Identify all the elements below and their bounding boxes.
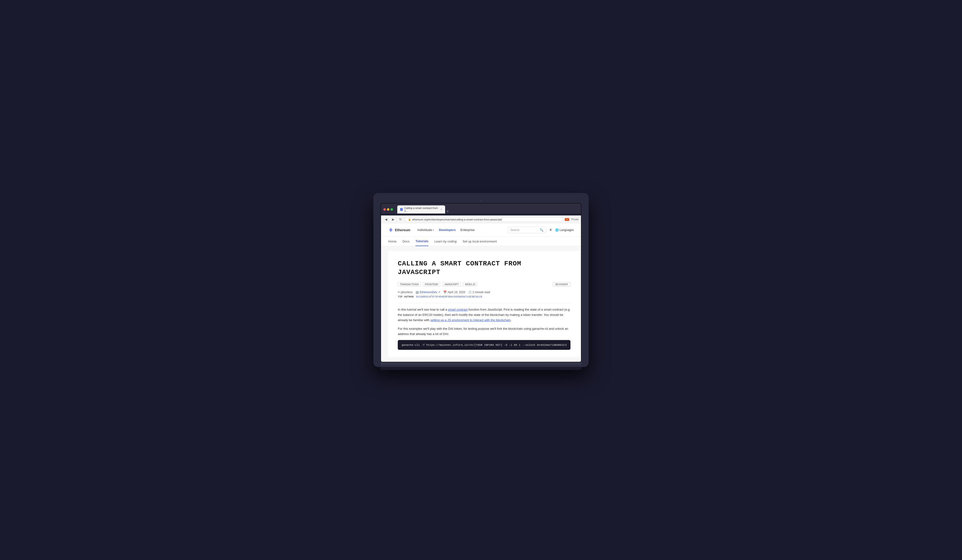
tag-frontend[interactable]: FRONTEND xyxy=(423,282,440,287)
nav-developers[interactable]: Developers xyxy=(439,228,456,232)
org-icon: 🏢 xyxy=(415,290,419,294)
laptop-frame: Calling a smart contract from J... ✕ + ◀… xyxy=(373,193,589,367)
author-icon: ✏ xyxy=(398,290,400,294)
tags-row: TRANSACTIONS FRONTEND JAVASCRIPT WEB3.JS… xyxy=(398,282,570,287)
brave-shield-icon[interactable]: 🦁 xyxy=(565,218,569,221)
tip-author-row: TIP AUTHOR 0x19dE91Af973F404EDF5B4c09398… xyxy=(398,295,570,298)
code-text: ganache-cli -f https://mainnet.infura.io… xyxy=(402,343,567,347)
laptop-base xyxy=(381,362,581,367)
sub-nav-docs[interactable]: Docs xyxy=(402,237,410,246)
author-meta: ✏ jdourlens xyxy=(398,290,413,294)
nav-enterprise[interactable]: Enterprise xyxy=(460,228,475,232)
chevron-down-icon: ▾ xyxy=(433,229,434,231)
nav-individuals[interactable]: Individuals ▾ xyxy=(418,228,434,232)
brand-name: Ethereum xyxy=(395,228,410,232)
back-button[interactable]: ◀ xyxy=(383,217,389,222)
para2: For this examples we'll play with the DA… xyxy=(398,326,570,337)
lock-icon: 🔒 xyxy=(408,218,411,221)
sub-nav-learn-coding[interactable]: Learn by coding xyxy=(434,237,457,246)
main-nav: Individuals ▾ Developers Enterprise xyxy=(418,228,500,232)
tab-title: Calling a smart contract from J... xyxy=(404,207,439,212)
clock-icon: 🕐 xyxy=(468,290,472,294)
js-env-link[interactable]: setting up a JS environment to interact … xyxy=(431,318,511,322)
difficulty-badge: BEGINNER xyxy=(553,282,570,287)
language-selector-button[interactable]: 🌐 Languages xyxy=(555,228,574,232)
tag-web3js[interactable]: WEB3.JS xyxy=(463,282,478,287)
article-date: April 19, 2020 xyxy=(447,290,465,294)
tag-transactions[interactable]: TRANSACTIONS xyxy=(398,282,421,287)
reload-button[interactable]: ↻ xyxy=(398,217,403,222)
private-badge: Private xyxy=(571,218,579,221)
ethereum-diamond-icon xyxy=(388,228,394,232)
calendar-icon: 📅 xyxy=(443,290,447,294)
private-label: Private xyxy=(571,218,579,221)
tag-javascript[interactable]: JAVASCRIPT xyxy=(442,282,461,287)
close-window-button[interactable] xyxy=(383,208,386,211)
header-right: Search 🔍 ☀ 🌐 Languages xyxy=(508,227,574,233)
tab-favicon xyxy=(400,208,403,211)
sub-nav-home[interactable]: Home xyxy=(388,237,397,246)
intro-paragraph: In this tutorial we'll see how to call a… xyxy=(398,307,570,323)
search-box[interactable]: Search 🔍 xyxy=(508,227,546,233)
maximize-window-button[interactable] xyxy=(391,208,393,211)
page-title: CALLING A SMART CONTRACT FROMJAVASCRIPT xyxy=(398,260,570,277)
globe-icon: 🌐 xyxy=(555,228,559,232)
read-time-meta: 🕐 2 minute read xyxy=(468,290,490,294)
browser-nav-bar: ◀ ▶ ↻ 🔒 ethereum.org/en/developers/tutor… xyxy=(381,215,581,224)
search-placeholder-text: Search xyxy=(510,228,537,232)
date-meta: 📅 April 19, 2020 xyxy=(443,290,465,294)
code-block: ganache-cli -f https://mainnet.infura.io… xyxy=(398,340,570,350)
org-meta[interactable]: 🏢 EthereumDev ↗ xyxy=(415,290,441,294)
search-icon[interactable]: 🔍 xyxy=(540,228,544,232)
browser-chrome: Calling a smart contract from J... ✕ + xyxy=(381,203,581,213)
content-area: CALLING A SMART CONTRACT FROMJAVASCRIPT … xyxy=(381,246,581,362)
sub-nav-tutorials[interactable]: Tutorials xyxy=(415,237,428,246)
meta-row: ✏ jdourlens 🏢 EthereumDev ↗ 📅 April 19, … xyxy=(398,290,570,294)
browser-controls: Calling a smart contract from J... ✕ + xyxy=(383,205,579,213)
main-content: CALLING A SMART CONTRACT FROMJAVASCRIPT … xyxy=(388,251,580,357)
active-tab[interactable]: Calling a smart contract from J... ✕ xyxy=(397,205,445,213)
url-text: ethereum.org/en/developers/tutorials/cal… xyxy=(412,218,502,221)
address-bar[interactable]: 🔒 ethereum.org/en/developers/tutorials/c… xyxy=(405,217,563,222)
org-link[interactable]: EthereumDev ↗ xyxy=(420,290,441,294)
author-name: jdourlens xyxy=(401,290,413,294)
tab-close-button[interactable]: ✕ xyxy=(440,208,442,211)
tip-label: TIP AUTHOR xyxy=(398,295,413,298)
browser-tabs: Calling a smart contract from J... ✕ + xyxy=(397,205,579,213)
minimize-window-button[interactable] xyxy=(387,208,389,211)
read-time-text: 2 minute read xyxy=(472,290,490,294)
language-label: Languages xyxy=(560,228,574,232)
webcam xyxy=(480,200,482,202)
site-header: Ethereum Individuals ▾ Developers Enterp… xyxy=(381,224,581,237)
theme-toggle-button[interactable]: ☀ xyxy=(549,228,552,232)
ethereum-logo[interactable]: Ethereum xyxy=(388,228,410,232)
traffic-lights xyxy=(383,208,393,211)
tip-address[interactable]: 0x19dE91Af973F404EDF5B4c093983a7c6E3EC8c… xyxy=(416,295,483,298)
website-body: Ethereum Individuals ▾ Developers Enterp… xyxy=(381,224,581,362)
sub-nav: Home Docs Tutorials Learn by coding Set … xyxy=(381,237,581,246)
new-tab-button[interactable]: + xyxy=(445,209,450,213)
smart-contract-link[interactable]: smart contract xyxy=(448,308,468,311)
forward-button[interactable]: ▶ xyxy=(391,217,396,222)
sub-nav-setup-env[interactable]: Set up local environment xyxy=(463,237,497,246)
laptop-screen: Calling a smart contract from J... ✕ + ◀… xyxy=(381,203,581,362)
